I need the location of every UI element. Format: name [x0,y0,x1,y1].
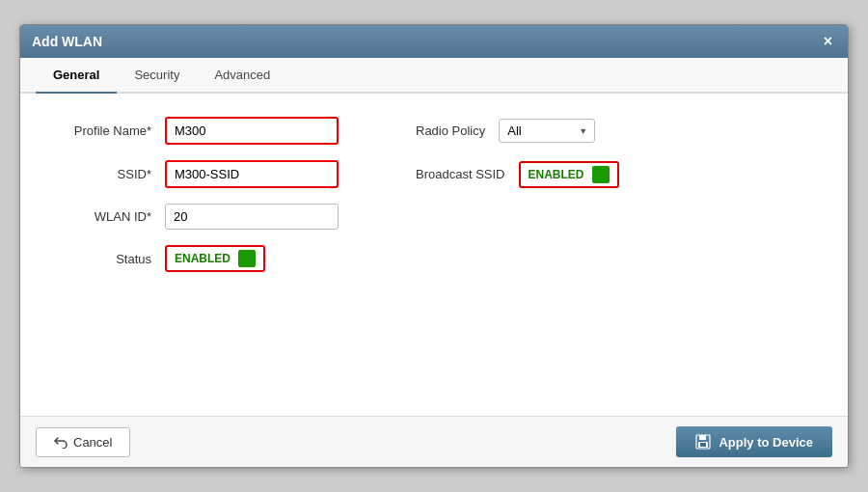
apply-label: Apply to Device [719,435,813,450]
undo-icon [54,435,68,449]
ssid-input[interactable] [165,160,339,188]
profile-name-input[interactable] [165,117,339,145]
wlan-id-row: WLAN ID* [49,204,819,230]
dialog-header: Add WLAN × [20,25,848,58]
cancel-label: Cancel [73,435,112,450]
radio-policy-select[interactable]: All 2.4 GHz 5 GHz [499,119,595,143]
broadcast-ssid-value: ENABLED [529,168,584,181]
profile-name-row: Profile Name* Radio Policy All 2.4 GHz 5… [49,117,819,145]
dialog-footer: Cancel Apply to Device [20,416,848,467]
tab-bar: General Security Advanced [20,58,848,94]
tab-advanced[interactable]: Advanced [197,58,287,92]
dialog-content: Profile Name* Radio Policy All 2.4 GHz 5… [20,94,848,416]
cancel-button[interactable]: Cancel [36,427,130,457]
dialog-title: Add WLAN [32,34,102,49]
save-icon [695,434,711,450]
broadcast-ssid-section: Broadcast SSID ENABLED [416,161,819,188]
radio-policy-section: Radio Policy All 2.4 GHz 5 GHz [416,119,819,143]
tab-general[interactable]: General [36,58,117,94]
wlan-id-input[interactable] [165,204,339,230]
wlan-id-label: WLAN ID* [49,209,165,224]
status-label: Status [49,252,165,266]
radio-policy-label: Radio Policy [416,123,485,138]
tab-security[interactable]: Security [117,58,197,92]
ssid-label: SSID* [49,167,165,181]
status-dot [238,250,256,267]
apply-button[interactable]: Apply to Device [676,426,832,457]
svg-rect-3 [700,443,706,447]
close-button[interactable]: × [820,33,836,50]
radio-policy-select-wrap: All 2.4 GHz 5 GHz [499,119,595,143]
ssid-row: SSID* Broadcast SSID ENABLED [49,160,819,188]
add-wlan-dialog: Add WLAN × General Security Advanced Pro… [19,24,849,468]
svg-rect-1 [699,435,706,440]
profile-name-label: Profile Name* [49,123,165,138]
broadcast-ssid-dot [592,166,610,183]
status-row: Status ENABLED [49,245,819,272]
broadcast-ssid-label: Broadcast SSID [416,167,505,181]
broadcast-ssid-toggle[interactable]: ENABLED [519,161,619,188]
status-toggle[interactable]: ENABLED [165,245,265,272]
status-value: ENABLED [175,252,231,265]
